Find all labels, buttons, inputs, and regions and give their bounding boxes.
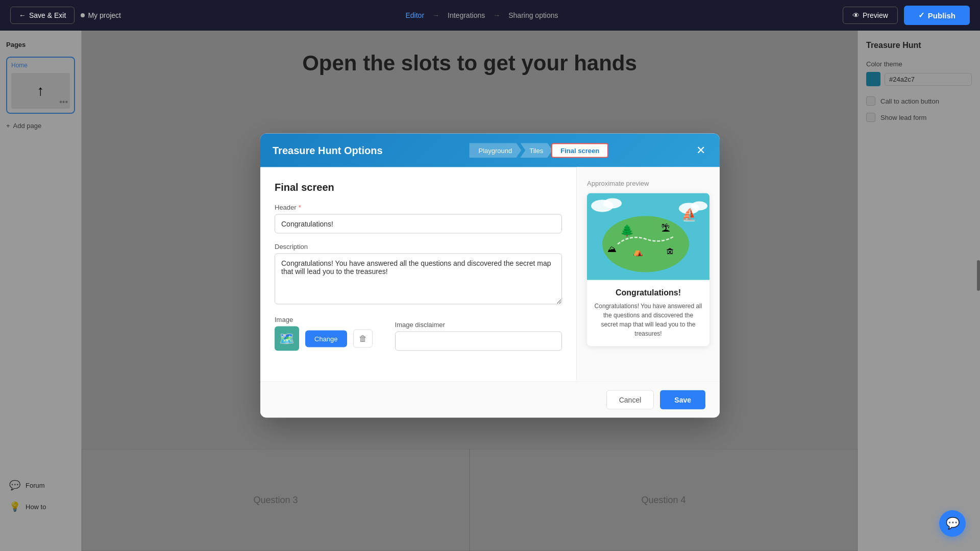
image-disclaimer-section: Image disclaimer [395,321,562,351]
nav-arrow-1: → [432,11,439,19]
top-navigation: ← Save & Exit My project Editor → Integr… [0,0,980,31]
treasure-hunt-options-modal: Treasure Hunt Options Playground Tiles F… [260,134,720,418]
preview-congrats-title: Congratulations! [594,288,702,297]
required-marker: * [299,204,301,211]
svg-text:🏚: 🏚 [666,247,674,256]
delete-image-button[interactable]: 🗑 [353,330,373,348]
modal-section-title: Final screen [275,182,562,193]
modal-header: Treasure Hunt Options Playground Tiles F… [260,134,720,167]
tab-playground[interactable]: Playground [469,143,521,158]
modal-footer: Cancel Save [260,382,720,418]
nav-step-sharing[interactable]: Sharing options [508,11,558,19]
description-label: Description [275,243,562,251]
image-label: Image [275,316,373,323]
island-svg: 🌲 🏝 ⛺ ⛵ ⛰ 🏚 [587,193,709,280]
eye-icon: 👁 [852,11,860,19]
modal-right-panel: Approximate preview [577,167,720,382]
image-row: 🗺️ Change 🗑 [275,327,373,351]
header-label: Header * [275,204,562,211]
svg-text:🏝: 🏝 [661,223,670,234]
save-button[interactable]: Save [660,390,705,410]
nav-step-integrations[interactable]: Integrations [448,11,485,19]
publish-button[interactable]: ✓ Publish [904,6,970,25]
svg-text:🌲: 🌲 [620,223,634,237]
trash-icon: 🗑 [359,334,367,343]
arrow-left-icon: ← [19,11,26,19]
chat-bubble-button[interactable]: 💬 [939,510,966,537]
nav-arrow-2: → [493,11,500,19]
image-preview: 🗺️ [275,327,299,351]
preview-description: Congratulations! You have answered all t… [594,302,702,338]
description-textarea[interactable]: Congratulations! You have answered all t… [275,254,562,305]
save-exit-button[interactable]: ← Save & Exit [10,7,75,24]
nav-right: 👁 Preview ✓ Publish [843,6,970,25]
preview-image: 🌲 🏝 ⛺ ⛵ ⛰ 🏚 [587,193,709,280]
nav-step-editor[interactable]: Editor [405,11,424,19]
chat-bubble-icon: 💬 [946,517,960,530]
image-section: Image 🗺️ Change 🗑 [275,316,373,351]
tab-final-screen[interactable]: Final screen [551,143,608,158]
nav-steps: Editor → Integrations → Sharing options [405,11,558,19]
image-disclaimer-label: Image disclaimer [395,321,562,329]
cancel-button[interactable]: Cancel [606,390,654,410]
modal-body: Final screen Header * Description Congra… [260,167,720,382]
preview-card: 🌲 🏝 ⛺ ⛵ ⛰ 🏚 Congratulations! Congratulat… [587,193,709,346]
tab-tiles[interactable]: Tiles [520,143,552,158]
preview-label: Approximate preview [587,180,709,187]
svg-text:⛺: ⛺ [633,247,643,257]
modal-left-panel: Final screen Header * Description Congra… [260,167,577,382]
preview-button[interactable]: 👁 Preview [843,7,898,24]
modal-close-button[interactable]: ✕ [694,143,707,158]
image-disclaimer-input[interactable] [395,332,562,351]
header-input[interactable] [275,214,562,234]
svg-point-2 [603,198,622,209]
check-icon: ✓ [918,11,925,20]
modal-tabs: Playground Tiles Final screen [469,143,607,158]
svg-text:⛵: ⛵ [681,207,697,222]
svg-text:⛰: ⛰ [607,244,617,254]
dot-icon [81,13,85,17]
preview-content: Congratulations! Congratulations! You ha… [587,280,709,346]
project-name: My project [81,11,121,19]
change-image-button[interactable]: Change [305,330,347,347]
modal-title: Treasure Hunt Options [273,144,383,156]
nav-left: ← Save & Exit My project [10,7,121,24]
